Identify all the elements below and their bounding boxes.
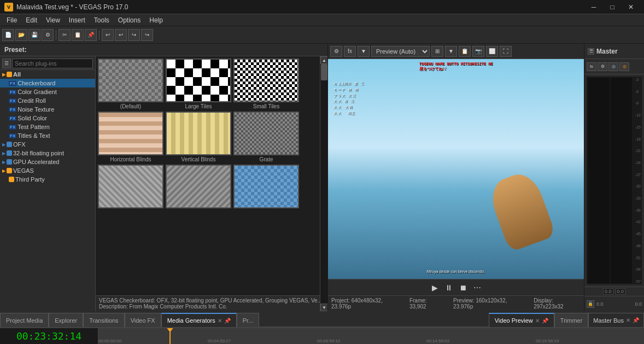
close-button[interactable]: ✕ <box>622 2 640 13</box>
open-button[interactable]: 📂 <box>15 29 27 41</box>
menu-file[interactable]: File <box>2 15 21 25</box>
category-checkerboard[interactable]: FX Checkerboard <box>0 79 95 88</box>
menu-options[interactable]: Options <box>114 15 145 25</box>
new-button[interactable]: 📄 <box>2 29 14 41</box>
category-vegas[interactable]: ▶ VEGAS <box>0 166 95 175</box>
preset-v-blinds[interactable]: Vertical Blinds <box>166 112 231 162</box>
tab-master-bus-pin[interactable]: 📌 <box>633 317 639 323</box>
scroll-thumb[interactable] <box>321 64 327 80</box>
copy-button[interactable]: 📋 <box>72 29 84 41</box>
maximize-button[interactable]: □ <box>604 2 621 13</box>
tab-project-media[interactable]: Project Media <box>0 313 49 327</box>
scroll-down-button[interactable]: ▼ <box>320 304 327 311</box>
fx-badge-creditroll: FX <box>9 98 16 103</box>
tab-transitions[interactable]: Transitions <box>83 313 124 327</box>
preset-gray1[interactable] <box>98 165 163 209</box>
preview-arrow-button[interactable]: ▼ <box>445 46 457 57</box>
tab-master-bus[interactable]: Master Bus ✕ 📌 <box>588 313 644 327</box>
category-noise-texture[interactable]: FX Noise Texture <box>0 105 95 114</box>
preview-copy-button[interactable]: 📋 <box>459 46 471 57</box>
preset-h-blinds[interactable]: Horizontal Blinds <box>98 112 163 162</box>
preview-channel-button[interactable]: ▼ <box>358 46 370 57</box>
preset-blue1[interactable] <box>233 165 299 209</box>
preview-ext-button[interactable]: ⬜ <box>486 46 498 57</box>
preset-large-tiles-label: Large Tiles <box>185 103 212 109</box>
preset-large-tiles[interactable]: Large Tiles <box>166 59 231 109</box>
menu-view[interactable]: View <box>42 15 65 25</box>
category-test-pattern[interactable]: FX Test Pattern <box>0 123 95 131</box>
tab-master-bus-close[interactable]: ✕ <box>626 317 630 323</box>
tab-video-fx-label: Video FX <box>131 317 155 324</box>
menu-edit[interactable]: Edit <box>21 15 42 25</box>
preset-scrollbar[interactable]: ▲ ▼ <box>320 56 327 311</box>
playhead[interactable] <box>169 328 171 345</box>
tab-video-preview-pin[interactable]: 📌 <box>542 318 548 324</box>
loop-button[interactable]: ⋯ <box>471 282 483 294</box>
preview-image: TOGENU NAME BUTTO MITSUKESITE NE星をつけてね♪♪… <box>328 59 584 279</box>
tab-media-generators-close[interactable]: ✕ <box>218 318 222 324</box>
master-mute-button[interactable]: ◎ <box>608 62 618 71</box>
preview-snapshot-button[interactable]: 📷 <box>472 46 484 57</box>
save-button[interactable]: 💾 <box>28 29 40 41</box>
preview-grid-button[interactable]: ⊞ <box>431 46 443 57</box>
fx-badge-noisetexture: FX <box>9 107 16 112</box>
master-menu-icon[interactable]: ☰ <box>588 48 594 55</box>
category-third-party[interactable]: Third Party <box>0 175 95 184</box>
master-header: ☰ Master <box>584 44 644 59</box>
window-title: Malavida Test.veg * - VEGAS Pro 17.0 <box>16 3 128 11</box>
category-gpu[interactable]: ▶ GPU Accelerated <box>0 158 95 166</box>
stop-button[interactable]: ⏹ <box>457 282 469 294</box>
tab-video-fx[interactable]: Video FX <box>125 313 161 327</box>
tab-video-preview-close[interactable]: ✕ <box>535 318 540 324</box>
master-toolbar: fx ⚙ ◎ ◎ <box>584 59 644 74</box>
redo2-button[interactable]: ↪ <box>141 29 153 41</box>
preview-fx-button[interactable]: fx <box>344 46 356 57</box>
preview-full-button[interactable]: ⛶ <box>500 46 512 57</box>
tab-trimmer[interactable]: Trimmer <box>554 313 589 327</box>
preset-status-line2: Description: From Magix Computer Product… <box>99 304 317 310</box>
master-settings-button[interactable]: ⚙ <box>598 62 607 71</box>
category-color-gradient[interactable]: FX Color Gradient <box>0 88 95 96</box>
search-input[interactable] <box>12 59 93 68</box>
category-all[interactable]: ▶ All <box>0 70 95 79</box>
properties-button[interactable]: ⚙ <box>42 29 54 41</box>
category-32bit[interactable]: ▶ 32-bit floating point <box>0 149 95 158</box>
scroll-track[interactable] <box>320 64 327 304</box>
paste-button[interactable]: 📌 <box>85 29 97 41</box>
scroll-up-button[interactable]: ▲ <box>320 56 327 64</box>
tab-more[interactable]: Pr... <box>237 313 260 327</box>
redo-button[interactable]: ↪ <box>128 29 140 41</box>
tab-media-generators-pin[interactable]: 📌 <box>224 318 231 324</box>
undo-button[interactable]: ↩ <box>102 29 114 41</box>
tree-menu-button[interactable]: ☰ <box>2 59 11 68</box>
preview-mode-select[interactable]: Preview (Auto) Preview (Best) Preview (G… <box>371 46 430 57</box>
category-solid-color[interactable]: FX Solid Color <box>0 114 95 123</box>
preset-default[interactable]: (Default) <box>98 59 163 109</box>
cut-button[interactable]: ✂ <box>58 29 71 41</box>
minimize-button[interactable]: ─ <box>585 2 602 13</box>
tree-dot-thirdparty <box>9 177 14 182</box>
play-button[interactable]: ▶ <box>429 282 441 294</box>
master-fx-button[interactable]: fx <box>587 62 596 71</box>
category-titles-text[interactable]: FX Titles & Text <box>0 131 95 140</box>
tree-arrow-all: ▶ <box>2 72 5 77</box>
menu-tools[interactable]: Tools <box>90 15 114 25</box>
master-solo-button[interactable]: ◎ <box>619 62 629 71</box>
tab-explorer[interactable]: Explorer <box>49 313 83 327</box>
preset-small-tiles[interactable]: Small Tiles <box>233 59 299 109</box>
pause-button[interactable]: ⏸ <box>443 282 455 294</box>
master-lock-button[interactable]: 🔒 <box>587 300 594 308</box>
tab-video-preview[interactable]: Video Preview ✕ 📌 <box>489 313 554 327</box>
preset-grate[interactable]: Grate <box>233 112 299 162</box>
preview-settings-button[interactable]: ⚙ <box>330 46 342 57</box>
undo2-button[interactable]: ↩ <box>115 29 127 41</box>
timeline-ruler[interactable]: 00:00:00:00 00:04:59:17 00:09:59:10 00:1… <box>98 328 644 345</box>
category-credit-roll[interactable]: FX Credit Roll <box>0 96 95 105</box>
preview-overlay-text: TOGENU NAME BUTTO MITSUKESITE NE星をつけてね♪♪ <box>419 62 493 72</box>
menu-insert[interactable]: Insert <box>65 15 90 25</box>
category-vegas-label: VEGAS <box>13 167 34 174</box>
menu-help[interactable]: Help <box>145 15 167 25</box>
preset-gray2[interactable] <box>166 165 231 209</box>
category-ofx[interactable]: ▶ OFX <box>0 140 95 149</box>
tab-media-generators[interactable]: Media Generators ✕ 📌 <box>161 313 237 327</box>
